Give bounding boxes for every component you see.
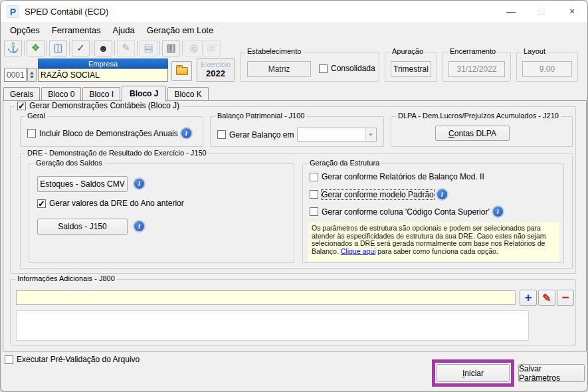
check-button[interactable]: ✓ <box>72 40 90 56</box>
encerramento-group: Encerramento 31/12/2022 <box>442 52 511 82</box>
saldos-j150-button[interactable]: Saldos - J150 <box>37 219 128 235</box>
edit-checklist-icon: ✎ <box>122 42 130 54</box>
save-button[interactable]: ◫ <box>49 40 67 56</box>
toolbar-separator <box>24 41 25 55</box>
salvar-parametros-button[interactable]: Salvar Parâmetros <box>518 364 585 382</box>
spinner-down-icon <box>30 76 34 78</box>
layout-group-title: Layout <box>522 47 547 55</box>
document-notes-button[interactable]: ▥ <box>162 40 180 56</box>
ledger-button[interactable]: ▤ <box>140 40 157 56</box>
j800-input[interactable] <box>16 290 516 305</box>
ano-anterior-row: Gerar valores da DRE do Ano anterior <box>37 199 184 208</box>
edit-checklist-button[interactable]: ✎ <box>117 40 135 56</box>
matriz-button[interactable]: Matriz <box>247 61 311 77</box>
globe-button[interactable]: ◎ <box>185 40 203 56</box>
geracao-estrutura-title: Geração da Estrutura <box>308 159 381 167</box>
geral-group: Geral Incluir Bloco de Demonstrações Anu… <box>20 116 203 147</box>
opcao-conta-superior-label: Gerar conforme coluna 'Código Conta Supe… <box>322 207 490 217</box>
tab-strip: Gerais Bloco 0 Bloco I Bloco J Bloco K <box>3 85 210 101</box>
app-window: P SPED Contábil (ECD) — □ × Opções Ferra… <box>0 0 588 392</box>
exercicio-panel: Exercício 2022 <box>197 58 235 82</box>
iniciar-label: Iniciar <box>462 369 484 378</box>
opcao-mod2-row: Gerar conforme Relatórios de Balanço Mod… <box>310 172 484 181</box>
stamp-icon: ⚓ <box>7 42 19 54</box>
toolbar-separator <box>69 41 70 55</box>
opcao-padrao-row: Gerar conforme modelo Padrão i <box>310 189 447 199</box>
prevalidacao-label: Executar Pré-Validação do Arquivo <box>17 355 140 364</box>
opcao-padrao-label: Gerar conforme modelo Padrão <box>322 190 434 199</box>
maximize-button[interactable]: □ <box>526 1 557 22</box>
contas-dlpa-button[interactable]: Contas DLPA <box>435 126 510 141</box>
opcao-mod2-checkbox[interactable] <box>310 173 318 181</box>
tab-bloco-0[interactable]: Bloco 0 <box>41 87 81 101</box>
balanco-periodo-select[interactable] <box>297 128 377 142</box>
geracao-estrutura-group: Geração da Estrutura Gerar conforme Rela… <box>302 163 564 263</box>
estoques-saldos-cmv-button[interactable]: Estoques - Saldos CMV <box>37 176 128 192</box>
ano-anterior-label: Gerar valores da DRE do Ano anterior <box>49 199 184 208</box>
bloco-j-panel: Gerar Demonstrações Contábeis (Bloco J) … <box>3 100 587 351</box>
images-button[interactable]: ❖ <box>27 40 45 56</box>
info-icon[interactable]: i <box>437 189 447 199</box>
menu-ajuda[interactable]: Ajuda <box>107 23 141 37</box>
close-button[interactable]: × <box>557 1 587 22</box>
apuracao-value: Trimestral <box>391 61 431 77</box>
j800-list-area[interactable] <box>16 310 529 341</box>
info-icon[interactable]: i <box>134 179 144 189</box>
consolidada-checkbox[interactable] <box>319 64 328 73</box>
informacoes-adicionais-title: Informações Adicionais - J800 <box>15 274 117 282</box>
estabelecimento-group-title: Estabelecimento <box>245 47 303 55</box>
tab-bloco-i[interactable]: Bloco I <box>82 87 120 101</box>
minimize-button[interactable]: — <box>496 1 526 22</box>
combo-arrow-button[interactable] <box>365 128 376 141</box>
toolbar-separator <box>137 41 138 55</box>
tab-gerais[interactable]: Gerais <box>3 87 40 101</box>
user-icon: ☻ <box>98 43 109 54</box>
gerar-balanco-checkbox[interactable] <box>217 130 226 139</box>
phone-button[interactable]: ☏ <box>203 40 221 56</box>
incluir-bloco-checkbox[interactable] <box>27 129 36 138</box>
menu-opcoes[interactable]: Opções <box>4 23 46 37</box>
opcao-padrao-checkbox[interactable] <box>310 190 318 199</box>
open-folder-icon <box>176 67 188 75</box>
open-empresa-button[interactable] <box>171 61 192 81</box>
dre-group-title: DRE - Demonstração de Resultado do Exerc… <box>25 149 209 157</box>
info-icon[interactable]: i <box>134 221 144 231</box>
annotation-highlight: Iniciar <box>432 359 514 387</box>
empresa-code-input[interactable] <box>4 68 27 82</box>
menu-geracao-em-lote[interactable]: Geração em Lote <box>141 23 219 37</box>
contas-dlpa-label: Contas DLPA <box>448 129 496 138</box>
menu-ferramentas[interactable]: Ferramentas <box>46 23 107 37</box>
stamp-button[interactable]: ⚓ <box>4 40 22 56</box>
iniciar-button[interactable]: Iniciar <box>437 364 510 382</box>
edit-button[interactable]: ✎ <box>538 290 555 306</box>
estrutura-note: Os parâmetros de estrutura são opcionais… <box>308 223 559 261</box>
empresa-code-spinner[interactable] <box>27 68 37 82</box>
gerar-demonstracoes-checkbox[interactable] <box>17 102 26 110</box>
ledger-icon: ▤ <box>144 42 153 54</box>
user-button[interactable]: ☻ <box>94 40 112 56</box>
exercicio-label: Exercício <box>197 60 234 68</box>
layout-group: Layout 9.00 <box>516 52 578 82</box>
tab-bloco-j[interactable]: Bloco J <box>122 86 166 102</box>
info-icon[interactable]: i <box>493 207 503 217</box>
prevalidacao-checkbox[interactable] <box>5 355 13 364</box>
clique-aqui-link[interactable]: Clique aqui <box>341 247 376 255</box>
gerar-balanco-row: Gerar Balanço em <box>217 128 377 142</box>
info-icon[interactable]: i <box>181 128 191 138</box>
opcao-conta-superior-checkbox[interactable] <box>310 207 318 216</box>
save-icon: ◫ <box>53 42 62 54</box>
tab-bloco-k[interactable]: Bloco K <box>167 87 208 101</box>
consolidada-row: Consolidada <box>319 64 375 73</box>
toolbar-separator <box>182 41 183 55</box>
remove-button[interactable]: − <box>557 290 574 306</box>
add-button[interactable]: + <box>520 290 537 306</box>
layout-value: 9.00 <box>522 61 572 77</box>
ano-anterior-checkbox[interactable] <box>37 199 46 208</box>
dlpa-group-title: DLPA - Dem.Lucros/Prejuízos Acumulados -… <box>396 112 561 120</box>
incluir-bloco-label: Incluir Bloco de Demonstrações Anuais <box>39 129 178 138</box>
phone-icon: ☏ <box>205 42 218 54</box>
window-controls: — □ × <box>496 1 587 22</box>
apuracao-group-title: Apuração <box>390 47 425 55</box>
document-notes-icon: ▥ <box>166 42 175 54</box>
empresa-name-input[interactable] <box>38 68 168 82</box>
